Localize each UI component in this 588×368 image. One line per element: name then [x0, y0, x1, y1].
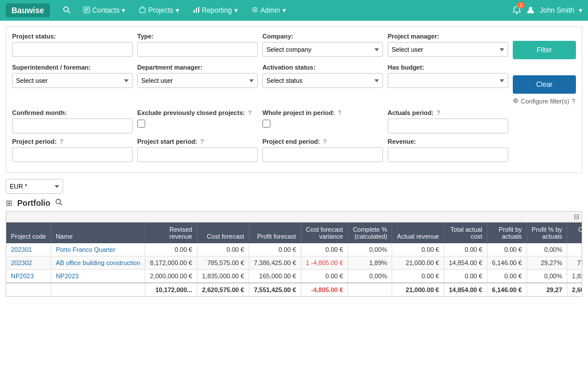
reporting-icon	[193, 6, 200, 15]
svg-rect-6	[140, 8, 145, 13]
action-col: Filter	[513, 33, 576, 59]
company-col: Company: Select company	[262, 33, 383, 57]
filter-row-4: Project period: ? Project start period: …	[12, 138, 576, 162]
cell-profit-pct: 0,00%	[527, 270, 567, 283]
filter-button[interactable]: Filter	[513, 41, 576, 59]
project-status-input[interactable]	[12, 42, 133, 57]
table-footer: 10,172,000... 2,620,575.00 € 7,551,425.0…	[6, 283, 582, 296]
total-cost-variance: -4,805.00 €	[301, 283, 348, 296]
search-icon[interactable]	[58, 3, 75, 18]
project-code-link[interactable]: 202301	[11, 246, 32, 253]
project-code-link[interactable]: NP2023	[11, 273, 34, 279]
company-select[interactable]: Select company	[262, 42, 383, 57]
configure-filter-link[interactable]: ⚙ Configure filter(s) ?	[513, 97, 576, 105]
cell-outstanding: 1,835,000.0...	[567, 270, 582, 283]
contact-icon	[83, 6, 90, 15]
cell-cost-forecast: 1,835,000.00 €	[197, 270, 249, 283]
user-avatar	[526, 5, 535, 16]
exclude-closed-checkbox[interactable]	[137, 120, 145, 128]
cell-actual-revenue: 0.00 €	[392, 243, 444, 256]
projects-chevron: ▾	[176, 6, 179, 14]
cell-profit-forecast: 0.00 €	[249, 243, 301, 256]
revenue-input[interactable]	[388, 147, 508, 162]
reporting-menu[interactable]: Reporting ▾	[187, 4, 243, 17]
cell-profit-forecast: 165,000.00 €	[249, 270, 301, 283]
type-col: Type:	[137, 33, 258, 57]
project-name-link[interactable]: NP2023	[56, 273, 79, 279]
col-header-profit-pct-actuals: Profit % byactuals	[527, 223, 567, 243]
project-manager-select[interactable]: Select user	[388, 42, 508, 57]
svg-rect-8	[196, 8, 197, 13]
total-actual-revenue: 21,000.00 €	[392, 283, 444, 296]
contacts-chevron: ▾	[122, 6, 125, 14]
currency-select[interactable]: EUR *	[6, 179, 63, 194]
project-code-link[interactable]: 202302	[11, 259, 32, 266]
col-header-cost-forecast: Cost forecast	[197, 223, 249, 243]
contacts-menu[interactable]: Contacts ▾	[78, 4, 131, 17]
dept-manager-select[interactable]: Select user	[137, 73, 258, 88]
superintendent-select[interactable]: Select user	[12, 73, 133, 88]
total-cost-forecast: 2,620,575.00 €	[197, 283, 249, 296]
user-name[interactable]: John Smith	[540, 6, 574, 14]
activation-status-select[interactable]: Select status	[262, 73, 383, 88]
exclude-closed-label: Exclude previously closed projects: ?	[137, 109, 258, 116]
cell-total-actual-cost: 0.00 €	[444, 270, 487, 283]
has-budget-col: Has budget:	[388, 64, 508, 88]
clear-button[interactable]: Clear	[513, 75, 576, 94]
total-code	[6, 283, 51, 296]
type-input[interactable]	[137, 42, 258, 57]
project-start-help: ?	[200, 138, 204, 145]
total-revised-revenue: 10,172,000...	[145, 283, 197, 296]
superintendent-label: Superintendent / foreman:	[12, 64, 133, 71]
cell-code: NP2023	[6, 270, 51, 283]
cell-cost-forecast: 785,575.00 €	[197, 256, 249, 270]
projects-menu[interactable]: Projects ▾	[133, 4, 184, 17]
admin-chevron: ▾	[283, 6, 286, 14]
col-header-name: Name	[51, 223, 145, 243]
actuals-period-input[interactable]	[388, 118, 508, 133]
cell-actual-revenue: 21,000.00 €	[392, 256, 444, 270]
total-total-actual-cost: 14,854.00 €	[444, 283, 487, 296]
cell-cost-variance: 1 -4,805.00 €	[301, 256, 348, 270]
confirmed-month-label: Confirmed month:	[12, 109, 133, 116]
activation-status-col: Activation status: Select status	[262, 64, 383, 88]
superintendent-col: Superintendent / foreman: Select user	[12, 64, 133, 88]
confirmed-month-input[interactable]	[12, 118, 133, 133]
project-end-help: ?	[323, 138, 327, 145]
cell-cost-variance: 0.00 €	[301, 243, 348, 256]
whole-project-label: Whole project in period: ?	[262, 109, 383, 116]
cell-total-actual-cost: 0.00 €	[444, 243, 487, 256]
whole-project-checkbox[interactable]	[262, 120, 270, 128]
project-period-input[interactable]	[12, 147, 133, 162]
cell-profit-by-actuals: 6,146.00 €	[487, 256, 527, 270]
project-end-input[interactable]	[262, 147, 383, 162]
col-header-code: Project code	[6, 223, 51, 243]
notification-count: 1	[517, 2, 525, 9]
projects-label: Projects	[148, 6, 173, 14]
col-header-revised-revenue: Revisedrevenue	[145, 223, 197, 243]
table-header-row: Project code Name Revisedrevenue Cost fo…	[6, 223, 582, 243]
project-name-link[interactable]: Porto Franco Quarter	[56, 246, 115, 253]
admin-menu[interactable]: Admin ▾	[246, 4, 292, 17]
project-start-input[interactable]	[137, 147, 258, 162]
exclude-closed-help: ?	[248, 109, 252, 116]
reporting-chevron: ▾	[234, 6, 238, 14]
svg-point-12	[516, 12, 517, 14]
project-end-col: Project end period: ?	[262, 138, 383, 162]
brand-logo[interactable]: Bauwise	[6, 3, 50, 17]
table-row: 202302 AB office building construction 8…	[6, 256, 582, 270]
cell-name: Porto Franco Quarter	[51, 243, 145, 256]
notifications-bell[interactable]: 1	[512, 5, 521, 16]
project-end-label: Project end period: ?	[262, 138, 383, 145]
column-visibility-icon[interactable]: ⊟	[574, 213, 579, 221]
portfolio-header: ⊞ Portfolio	[6, 198, 582, 208]
cell-complete-pct: 0,00%	[348, 243, 392, 256]
svg-point-14	[56, 200, 60, 204]
project-name-link[interactable]: AB office building construction	[56, 259, 140, 266]
whole-project-col: Whole project in period: ?	[262, 109, 383, 128]
currency-row: EUR *	[6, 179, 582, 194]
portfolio-title: Portfolio	[17, 198, 51, 208]
svg-point-11	[254, 9, 256, 10]
has-budget-select[interactable]	[388, 73, 508, 88]
portfolio-search-icon[interactable]	[55, 198, 63, 208]
